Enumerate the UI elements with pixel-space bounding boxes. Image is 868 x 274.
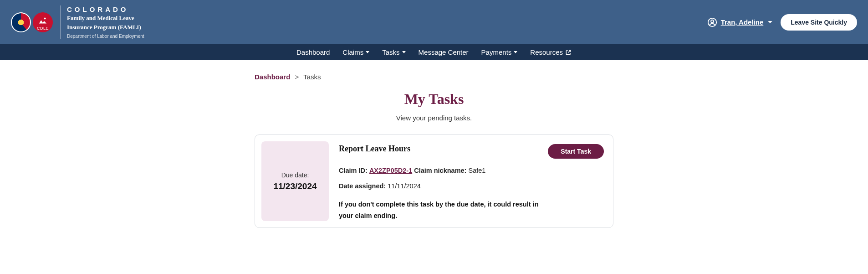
task-card: Due date: 11/23/2024 Report Leave Hours …	[255, 134, 613, 228]
mountain-icon	[38, 16, 48, 26]
user-menu[interactable]: Tran, Adeline	[707, 17, 773, 27]
top-header: CDLE COLORADO Family and Medical Leave I…	[0, 0, 868, 44]
nav-dashboard[interactable]: Dashboard	[296, 48, 330, 56]
breadcrumb-dashboard-link[interactable]: Dashboard	[255, 73, 290, 81]
user-name: Tran, Adeline	[721, 18, 764, 26]
brand-dept: Department of Labor and Employment	[67, 34, 144, 39]
main-content: Dashboard > Tasks My Tasks View your pen…	[247, 60, 621, 246]
leave-site-button[interactable]: Leave Site Quickly	[781, 14, 857, 31]
header-right: Tran, Adeline Leave Site Quickly	[707, 14, 857, 31]
brand-title: COLORADO	[67, 5, 144, 13]
chevron-down-icon	[514, 51, 517, 53]
nav-resources-label: Resources	[530, 48, 563, 56]
nav-tasks[interactable]: Tasks	[382, 48, 405, 56]
claim-id-link[interactable]: AX2ZP05D2-1	[369, 167, 412, 174]
date-assigned-label: Date assigned:	[339, 182, 386, 190]
start-task-button[interactable]: Start Task	[548, 144, 604, 159]
nav-claims[interactable]: Claims	[342, 48, 369, 56]
task-body: Report Leave Hours Start Task Claim ID: …	[339, 141, 607, 221]
page-subtitle: View your pending tasks.	[255, 114, 613, 122]
task-header-row: Report Leave Hours Start Task	[339, 144, 604, 159]
brand-subtitle-2: Insurance Program (FAMLI)	[67, 23, 144, 31]
chevron-down-icon	[768, 21, 772, 23]
chevron-down-icon	[402, 51, 406, 53]
claim-line: Claim ID: AX2ZP05D2-1 Claim nickname: Sa…	[339, 167, 604, 174]
due-date-label: Due date:	[281, 171, 309, 179]
breadcrumb: Dashboard > Tasks	[255, 73, 613, 81]
nav-payments-label: Payments	[481, 48, 512, 56]
date-assigned-line: Date assigned: 11/11/2024	[339, 182, 604, 190]
user-icon	[707, 17, 717, 27]
page-title: My Tasks	[255, 91, 613, 108]
cdle-seal-icon: CDLE	[33, 12, 53, 32]
claim-nickname-label: Claim nickname:	[414, 167, 466, 174]
nav-resources[interactable]: Resources	[530, 48, 572, 56]
nav-claims-label: Claims	[342, 48, 363, 56]
due-date-value: 11/23/2024	[273, 181, 317, 191]
breadcrumb-current: Tasks	[303, 73, 321, 81]
colorado-seal-icon	[11, 12, 31, 32]
nav-tasks-label: Tasks	[382, 48, 399, 56]
claim-nickname-value: Safe1	[468, 167, 485, 174]
date-assigned-value: 11/11/2024	[388, 182, 421, 190]
svg-point-0	[44, 17, 46, 19]
task-title: Report Leave Hours	[339, 144, 410, 154]
chevron-down-icon	[366, 51, 369, 53]
breadcrumb-separator: >	[295, 73, 299, 81]
brand-text: COLORADO Family and Medical Leave Insura…	[60, 5, 144, 39]
claim-id-label: Claim ID:	[339, 167, 368, 174]
nav-payments[interactable]: Payments	[481, 48, 518, 56]
svg-point-2	[711, 20, 714, 22]
brand-block: CDLE COLORADO Family and Medical Leave I…	[11, 5, 144, 39]
nav-message-center[interactable]: Message Center	[419, 48, 469, 56]
primary-nav: Dashboard Claims Tasks Message Center Pa…	[0, 44, 868, 60]
logo-group: CDLE	[11, 12, 53, 32]
brand-subtitle-1: Family and Medical Leave	[67, 14, 144, 22]
external-link-icon	[565, 49, 572, 56]
cdle-label: CDLE	[37, 26, 49, 31]
due-date-box: Due date: 11/23/2024	[261, 141, 329, 221]
task-warning: If you don't complete this task by the d…	[339, 199, 548, 221]
